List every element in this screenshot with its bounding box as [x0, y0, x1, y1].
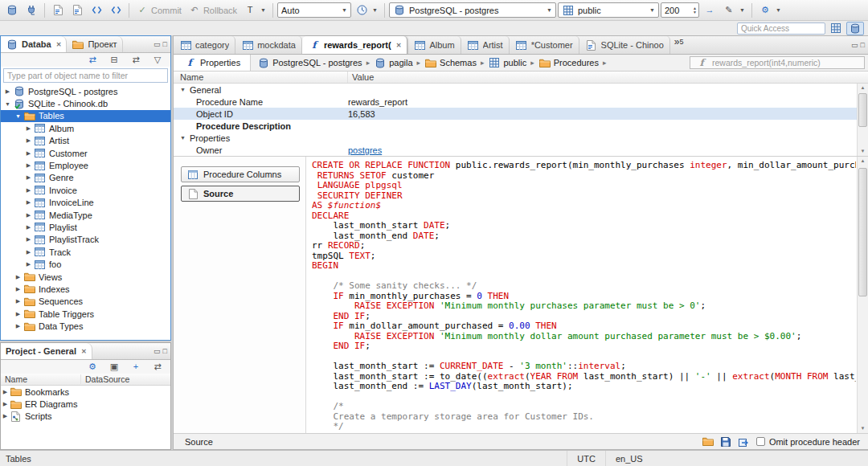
property-row-owner[interactable]: Ownerpostgres: [174, 144, 868, 156]
minimize-icon[interactable]: ▭: [154, 347, 161, 355]
tab-overflow[interactable]: » 5: [670, 36, 688, 54]
status-locale[interactable]: en_US: [605, 451, 653, 466]
dropdown-arrow-icon[interactable]: ▼: [342, 7, 347, 13]
tree-item-views[interactable]: ▶Views: [1, 271, 170, 283]
tree-item-data-types[interactable]: ▶Data Types: [1, 320, 170, 332]
expand-arrow-icon[interactable]: ▶: [24, 236, 33, 243]
tree-item-employee[interactable]: ▶Employee: [1, 159, 170, 171]
expand-arrow-icon[interactable]: ▶: [24, 224, 33, 231]
tree-item-invoiceline[interactable]: ▶InvoiceLine: [1, 197, 170, 209]
expand-arrow-icon[interactable]: ▶: [24, 174, 33, 181]
editor-tab-album[interactable]: Album: [407, 36, 461, 54]
minimize-icon[interactable]: ▭: [851, 41, 858, 49]
result-fetch-size-value[interactable]: 200: [661, 6, 693, 15]
maximize-icon[interactable]: □: [861, 41, 865, 49]
column-name[interactable]: Name: [174, 72, 348, 83]
breadcrumb-item-postgresql-postgres[interactable]: PostgreSQL - postgres: [256, 57, 363, 69]
close-tab-icon[interactable]: ✕: [396, 42, 402, 49]
result-fetch-size-input[interactable]: 200▲▼: [661, 2, 699, 18]
project-item-scripts[interactable]: ▶Scripts: [1, 411, 170, 423]
tree-item-playlisttrack[interactable]: ▶PlaylistTrack: [1, 234, 170, 246]
property-row-general[interactable]: ▼General: [174, 84, 868, 96]
tree-item-mediatype[interactable]: ▶MediaType: [1, 209, 170, 221]
breadcrumb-item-pagila[interactable]: pagila: [372, 57, 414, 69]
active-datasource-combo[interactable]: PostgreSQL - postgres▼: [389, 2, 556, 18]
tree-item-customer[interactable]: ▶Customer: [1, 147, 170, 159]
editor-tab-sqlite-chinoo[interactable]: SQLite - Chinoo: [579, 36, 670, 54]
expand-arrow-icon[interactable]: ▶: [24, 150, 33, 157]
transaction-log-button[interactable]: ▼: [353, 2, 380, 19]
tab-project-general[interactable]: Project - General ✕: [1, 343, 92, 359]
open-file-icon[interactable]: [702, 435, 714, 448]
property-row-procedure-description[interactable]: Procedure Description: [174, 120, 868, 132]
expand-arrow-icon[interactable]: ▶: [24, 212, 33, 219]
scroll-down-icon[interactable]: ▼: [858, 424, 868, 433]
expand-arrow-icon[interactable]: ▶: [24, 249, 33, 255]
breadcrumb-item-schemas[interactable]: Schemas: [423, 57, 478, 69]
section-tab-procedure-columns[interactable]: Procedure Columns: [181, 166, 300, 182]
column-datasource[interactable]: DataSource: [81, 374, 129, 384]
export-source-icon[interactable]: [737, 435, 750, 448]
sql-source-editor[interactable]: CREATE OR REPLACE FUNCTION public.reward…: [312, 161, 856, 433]
tree-item-track[interactable]: ▶Track: [1, 246, 170, 258]
expand-arrow-icon[interactable]: ▶: [14, 286, 23, 292]
expand-arrow-icon[interactable]: ▶: [14, 274, 23, 280]
breadcrumb-item-procedures[interactable]: Procedures: [537, 57, 600, 69]
tab-properties[interactable]: f Properties: [174, 55, 251, 71]
edit-object-button[interactable]: ✎▼: [720, 2, 747, 19]
expand-arrow-icon[interactable]: ▶: [14, 311, 23, 317]
tree-item-playlist[interactable]: ▶Playlist: [1, 221, 170, 233]
open-perspective-button[interactable]: [828, 22, 844, 35]
grid-scrollbar[interactable]: ▲ ▼: [857, 84, 868, 156]
recent-sql-script-button[interactable]: [68, 2, 86, 19]
column-name[interactable]: Name: [1, 374, 81, 384]
scrollbar-thumb[interactable]: [858, 168, 867, 296]
status-timezone[interactable]: UTC: [567, 451, 605, 466]
tab-database-navigator[interactable]: Databa ✕: [1, 36, 67, 52]
expand-arrow-icon[interactable]: ▼: [178, 87, 187, 92]
new-sql-script-button[interactable]: [49, 2, 67, 19]
expand-arrow-icon[interactable]: ▶: [14, 323, 23, 329]
expand-arrow-icon[interactable]: ▶: [24, 162, 33, 169]
save-to-file-icon[interactable]: [719, 435, 732, 448]
maximize-icon[interactable]: □: [163, 347, 167, 355]
grid-header[interactable]: Name Value: [174, 72, 868, 84]
expand-arrow-icon[interactable]: ▶: [1, 413, 10, 419]
object-filter-input[interactable]: [3, 68, 168, 83]
tree-item-tables[interactable]: ▼Tables: [1, 110, 170, 122]
editor-tab-rewards-report[interactable]: frewards_report(✕: [302, 36, 407, 54]
minimize-icon[interactable]: ▭: [154, 40, 161, 48]
expand-arrow-icon[interactable]: ▶: [24, 187, 33, 194]
dropdown-arrow-icon[interactable]: ▼: [547, 7, 552, 13]
tree-item-table-triggers[interactable]: ▶Table Triggers: [1, 308, 170, 320]
expand-arrow-icon[interactable]: ▶: [1, 401, 10, 407]
dbeaver-perspective-button[interactable]: [846, 22, 864, 35]
close-tab-icon[interactable]: ✕: [81, 348, 87, 355]
rollback-button[interactable]: ↶Rollback: [186, 2, 240, 19]
editor-tab-category[interactable]: category: [174, 36, 235, 54]
project-item-er-diagrams[interactable]: ▶ER Diagrams: [1, 398, 170, 410]
expand-arrow-icon[interactable]: ▶: [24, 137, 33, 144]
scrollbar-thumb[interactable]: [858, 93, 867, 127]
scroll-down-icon[interactable]: ▼: [858, 147, 868, 156]
source-scrollbar[interactable]: ▲ ▼: [857, 157, 868, 433]
editor-tab-mockdata[interactable]: mockdata: [235, 36, 302, 54]
tree-item-sequences[interactable]: ▶Sequences: [1, 296, 170, 308]
transaction-mode-button[interactable]: T▼: [241, 2, 268, 19]
active-subtab-label[interactable]: Source: [185, 437, 213, 447]
column-value[interactable]: Value: [348, 72, 374, 82]
dropdown-arrow-icon[interactable]: ▼: [776, 7, 781, 13]
tree-item-indexes[interactable]: ▶Indexes: [1, 283, 170, 295]
close-tab-icon[interactable]: ✕: [56, 41, 62, 48]
dropdown-arrow-icon[interactable]: ▼: [260, 7, 266, 13]
tree-item-invoice[interactable]: ▶Invoice: [1, 184, 170, 196]
property-row-properties[interactable]: ▼Properties: [174, 132, 868, 144]
active-schema-combo[interactable]: public▼: [558, 2, 659, 18]
editor-tab-customer[interactable]: *Customer: [510, 36, 579, 54]
property-row-object-id[interactable]: Object ID16,583: [174, 108, 868, 120]
property-row-procedure-name[interactable]: Procedure Namerewards_report: [174, 96, 868, 108]
expand-arrow-icon[interactable]: ▶: [3, 88, 12, 95]
breadcrumb-item-public[interactable]: public: [486, 57, 528, 69]
tree-item-postgresql-postgres[interactable]: ▶PostgreSQL - postgres: [1, 85, 170, 97]
project-item-bookmarks[interactable]: ▶Bookmarks: [1, 386, 170, 398]
